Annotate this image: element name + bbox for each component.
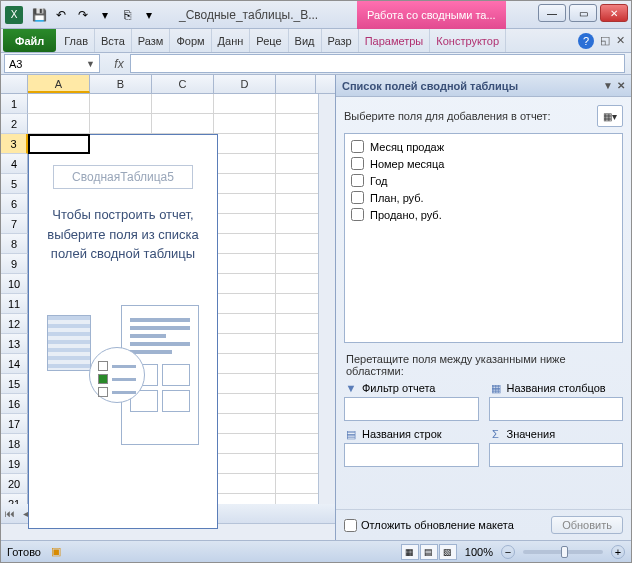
- drop-area-filter[interactable]: ▼Фильтр отчета: [344, 381, 479, 421]
- field-checkbox[interactable]: [351, 191, 364, 204]
- drop-areas: ▼Фильтр отчета ▦Названия столбцов ▤Назва…: [336, 381, 631, 467]
- view-pagebreak-icon[interactable]: ▧: [439, 544, 457, 560]
- row-header[interactable]: 16: [1, 394, 28, 414]
- close-button[interactable]: ✕: [600, 4, 628, 22]
- tab-view[interactable]: Вид: [289, 29, 322, 52]
- field-checkbox[interactable]: [351, 174, 364, 187]
- row-header[interactable]: 8: [1, 234, 28, 254]
- qat-more-icon[interactable]: ▾: [95, 5, 115, 25]
- field-label: Год: [370, 175, 388, 187]
- view-layout-icon[interactable]: ▤: [420, 544, 438, 560]
- zoom-out-button[interactable]: −: [501, 545, 515, 559]
- maximize-button[interactable]: ▭: [569, 4, 597, 22]
- update-button[interactable]: Обновить: [551, 516, 623, 534]
- vertical-scrollbar[interactable]: [318, 94, 335, 504]
- row-header[interactable]: 11: [1, 294, 28, 314]
- help-icon[interactable]: ?: [578, 33, 594, 49]
- col-header-c[interactable]: C: [152, 75, 214, 93]
- row-header[interactable]: 7: [1, 214, 28, 234]
- doc-close-icon[interactable]: ✕: [616, 34, 625, 47]
- row-header[interactable]: 19: [1, 454, 28, 474]
- tab-insert[interactable]: Вста: [95, 29, 132, 52]
- field-item[interactable]: Год: [349, 172, 618, 189]
- pivot-table-placeholder[interactable]: СводнаяТаблица5 Чтобы построить отчет, в…: [28, 134, 218, 529]
- row-header[interactable]: 2: [1, 114, 28, 134]
- choose-fields-label: Выберите поля для добавления в отчет:: [344, 110, 550, 122]
- fx-icon[interactable]: fx: [108, 57, 130, 71]
- macro-record-icon[interactable]: ▣: [51, 545, 61, 558]
- tab-pivot-options[interactable]: Параметры: [359, 29, 431, 52]
- row-header[interactable]: 20: [1, 474, 28, 494]
- col-header-e[interactable]: [276, 75, 316, 93]
- drop-box-values[interactable]: [489, 443, 624, 467]
- row-header[interactable]: 5: [1, 174, 28, 194]
- defer-update-checkbox-label[interactable]: Отложить обновление макета: [344, 519, 545, 532]
- tab-formulas[interactable]: Форм: [170, 29, 211, 52]
- row-header[interactable]: 15: [1, 374, 28, 394]
- formula-input[interactable]: [130, 54, 625, 73]
- row-header[interactable]: 17: [1, 414, 28, 434]
- active-cell[interactable]: [28, 134, 90, 154]
- field-pane-title: Список полей сводной таблицы: [342, 80, 518, 92]
- field-item[interactable]: Месяц продаж: [349, 138, 618, 155]
- sheet-nav-first-icon[interactable]: ⏮: [1, 508, 18, 519]
- tab-data[interactable]: Данн: [212, 29, 251, 52]
- undo-icon[interactable]: ↶: [51, 5, 71, 25]
- field-checkbox[interactable]: [351, 140, 364, 153]
- defer-update-checkbox[interactable]: [344, 519, 357, 532]
- row-header[interactable]: 13: [1, 334, 28, 354]
- col-header-a[interactable]: A: [28, 75, 90, 93]
- redo-icon[interactable]: ↷: [73, 5, 93, 25]
- drop-box-columns[interactable]: [489, 397, 624, 421]
- drop-area-rows[interactable]: ▤Названия строк: [344, 427, 479, 467]
- tab-layout[interactable]: Разм: [132, 29, 171, 52]
- col-header-d[interactable]: D: [214, 75, 276, 93]
- tab-pivot-design[interactable]: Конструктор: [430, 29, 506, 52]
- name-box[interactable]: A3 ▼: [4, 54, 100, 73]
- zoom-value[interactable]: 100%: [465, 546, 493, 558]
- field-pane-footer: Отложить обновление макета Обновить: [336, 509, 631, 540]
- field-label: Номер месяца: [370, 158, 444, 170]
- row-header[interactable]: 18: [1, 434, 28, 454]
- row-header[interactable]: 3: [1, 134, 28, 154]
- field-pane-menu-icon[interactable]: ▼: [603, 80, 613, 91]
- row-header[interactable]: 4: [1, 154, 28, 174]
- field-list[interactable]: Месяц продаж Номер месяца Год План, руб.…: [344, 133, 623, 343]
- drop-area-columns[interactable]: ▦Названия столбцов: [489, 381, 624, 421]
- row-header[interactable]: 9: [1, 254, 28, 274]
- drop-area-values[interactable]: ΣЗначения: [489, 427, 624, 467]
- row-header[interactable]: 1: [1, 94, 28, 114]
- qat-custom-icon[interactable]: ⎘: [117, 5, 137, 25]
- tab-home[interactable]: Глав: [58, 29, 95, 52]
- file-tab[interactable]: Файл: [3, 29, 56, 52]
- zoom-slider[interactable]: [523, 550, 603, 554]
- layout-options-button[interactable]: ▦▾: [597, 105, 623, 127]
- tab-developer[interactable]: Разр: [322, 29, 359, 52]
- zoom-in-button[interactable]: +: [611, 545, 625, 559]
- field-item[interactable]: Номер месяца: [349, 155, 618, 172]
- field-pane-close-icon[interactable]: ✕: [617, 80, 625, 91]
- ribbon-minimize-icon[interactable]: ◱: [600, 34, 610, 47]
- drag-fields-label: Перетащите поля между указанными ниже об…: [336, 343, 631, 381]
- drop-box-rows[interactable]: [344, 443, 479, 467]
- row-header[interactable]: 14: [1, 354, 28, 374]
- col-header-b[interactable]: B: [90, 75, 152, 93]
- tab-review[interactable]: Реце: [250, 29, 288, 52]
- row-header[interactable]: 12: [1, 314, 28, 334]
- save-icon[interactable]: 💾: [29, 5, 49, 25]
- field-pane-header: Список полей сводной таблицы ▼ ✕: [336, 75, 631, 97]
- drop-box-filter[interactable]: [344, 397, 479, 421]
- field-item[interactable]: Продано, руб.: [349, 206, 618, 223]
- field-item[interactable]: План, руб.: [349, 189, 618, 206]
- field-checkbox[interactable]: [351, 157, 364, 170]
- select-all-corner[interactable]: [1, 75, 28, 93]
- field-checkbox[interactable]: [351, 208, 364, 221]
- row-header[interactable]: 6: [1, 194, 28, 214]
- field-label: План, руб.: [370, 192, 424, 204]
- row-header[interactable]: 10: [1, 274, 28, 294]
- name-box-dropdown-icon[interactable]: ▼: [86, 59, 95, 69]
- view-normal-icon[interactable]: ▦: [401, 544, 419, 560]
- spreadsheet-grid[interactable]: A B C D 12345678910111213141516171819202…: [1, 75, 335, 540]
- minimize-button[interactable]: —: [538, 4, 566, 22]
- zoom-thumb[interactable]: [561, 546, 568, 558]
